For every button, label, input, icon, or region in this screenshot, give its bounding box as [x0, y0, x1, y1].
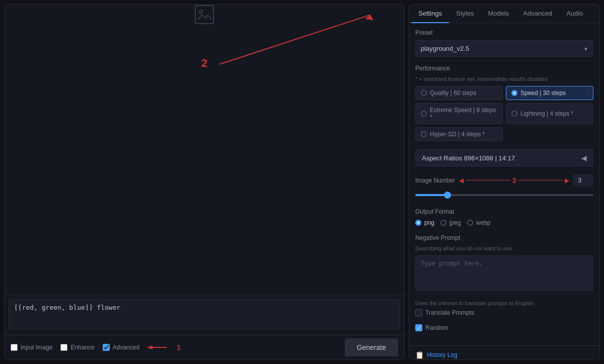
- history-log[interactable]: 📋 History Log: [409, 345, 599, 360]
- annotation-2-label: 2: [201, 56, 208, 69]
- perf-extreme-speed-label: Extreme Speed | 8 steps *: [430, 107, 497, 121]
- enhance-checkbox-group[interactable]: Enhance: [60, 344, 94, 351]
- negative-prompt-section: Negative Prompt Describing what you do n…: [415, 234, 593, 292]
- advanced-checkbox[interactable]: [103, 344, 110, 351]
- annotation-3-arrow-left: ◀: [459, 177, 464, 184]
- chevron-left-icon: ◀: [581, 154, 587, 162]
- svg-marker-5: [147, 345, 153, 349]
- canvas-placeholder-icon: [194, 5, 214, 29]
- perf-quality[interactable]: Quality | 60 steps: [415, 86, 503, 100]
- aspect-ratio-section: Aspect Ratios 896×1088 | 14:17 ◀: [415, 149, 593, 166]
- negative-prompt-label: Negative Prompt: [415, 234, 593, 241]
- performance-label: Performance: [415, 65, 593, 72]
- random-checkbox[interactable]: [415, 324, 422, 331]
- perf-lightning[interactable]: Lightning | 4 steps *: [506, 103, 593, 124]
- random-row: Random: [415, 324, 593, 331]
- random-label: Random: [425, 324, 448, 331]
- image-number-row: Image Number ◀ 3 ▶: [415, 174, 593, 186]
- perf-extreme-speed[interactable]: Extreme Speed | 8 steps *: [415, 103, 503, 124]
- random-section: Random: [415, 324, 593, 331]
- format-webp-label: webp: [476, 219, 491, 226]
- perf-hyper-sd-label: Hyper-SD | 4 steps *: [430, 131, 485, 138]
- perf-hyper-sd[interactable]: Hyper-SD | 4 steps *: [415, 127, 503, 141]
- annotation-3-label: 3: [512, 176, 516, 185]
- tab-advanced[interactable]: Advanced: [516, 5, 559, 23]
- format-png-label: png: [424, 219, 434, 226]
- input-image-checkbox-group[interactable]: Input Image: [11, 344, 52, 351]
- prompt-input[interactable]: [[red, green, blue]] flower: [9, 299, 400, 329]
- image-number-label: Image Number: [415, 177, 455, 184]
- radio-extreme-speed: [421, 111, 427, 117]
- tab-styles[interactable]: Styles: [449, 5, 481, 23]
- radio-hyper-sd: [421, 131, 427, 137]
- slider-track: [415, 194, 593, 196]
- image-number-section: Image Number ◀ 3 ▶: [415, 174, 593, 200]
- format-options: png jpeg webp: [415, 219, 593, 226]
- radio-png: [415, 220, 421, 226]
- radio-webp: [467, 220, 473, 226]
- format-jpeg-label: jpeg: [449, 219, 461, 226]
- annotation-3-line: [466, 180, 510, 180]
- radio-speed: [511, 90, 517, 96]
- image-number-input[interactable]: [573, 174, 593, 186]
- format-webp[interactable]: webp: [467, 219, 491, 226]
- history-log-label: History Log: [427, 351, 458, 358]
- translate-section: Uses the internet to translate prompts t…: [415, 300, 593, 316]
- bottom-bar: Input Image Enhance Advanced 1 Generate: [5, 335, 404, 359]
- output-format-label: Output Format: [415, 208, 593, 215]
- prompt-area: [[red, green, blue]] flower: [5, 295, 404, 335]
- performance-sublabel: * = restricted feature set, intermediate…: [415, 76, 593, 82]
- annotation-3-arrow-right: ▶: [565, 177, 569, 184]
- slider-thumb[interactable]: [444, 192, 451, 199]
- aspect-ratio-row[interactable]: Aspect Ratios 896×1088 | 14:17 ◀: [415, 149, 593, 166]
- performance-grid: Quality | 60 steps Speed | 30 steps Extr…: [415, 86, 593, 141]
- perf-speed-label: Speed | 30 steps: [520, 89, 566, 97]
- format-png[interactable]: png: [415, 219, 434, 226]
- svg-point-1: [199, 10, 202, 13]
- radio-lightning: [511, 111, 517, 117]
- format-jpeg[interactable]: jpeg: [440, 219, 461, 226]
- tab-settings[interactable]: Settings: [411, 5, 449, 23]
- history-icon: 📋: [415, 351, 424, 359]
- preset-select[interactable]: playground_v2.5 default custom: [415, 40, 593, 57]
- output-format-section: Output Format png jpeg webp: [415, 208, 593, 226]
- advanced-checkbox-group[interactable]: Advanced: [103, 344, 139, 351]
- translate-label: Translate Prompts: [425, 309, 475, 316]
- svg-rect-0: [195, 6, 213, 24]
- tabs-bar: Settings Styles Models Advanced Audio: [409, 5, 599, 23]
- performance-section: Performance * = restricted feature set, …: [415, 65, 593, 141]
- generate-button[interactable]: Generate: [345, 338, 398, 356]
- annotation-1-container: 1: [147, 343, 181, 351]
- preset-select-wrapper[interactable]: playground_v2.5 default custom: [415, 40, 593, 57]
- enhance-checkbox[interactable]: [60, 344, 67, 351]
- slider-container[interactable]: [415, 190, 593, 200]
- radio-jpeg: [440, 220, 446, 226]
- radio-quality: [421, 90, 427, 96]
- annotation-1-label: 1: [177, 343, 181, 351]
- annotation-3-line-right: [518, 180, 563, 180]
- perf-quality-label: Quality | 60 steps: [430, 89, 477, 97]
- preset-section: Preset playground_v2.5 default custom: [415, 29, 593, 57]
- tab-audio[interactable]: Audio: [559, 5, 590, 23]
- translate-row: Translate Prompts: [415, 309, 593, 316]
- input-image-label: Input Image: [21, 344, 52, 351]
- canvas-area: [5, 5, 404, 29]
- input-image-checkbox[interactable]: [11, 344, 18, 351]
- negative-prompt-sublabel: Describing what you do not want to see.: [415, 245, 593, 251]
- advanced-label: Advanced: [113, 344, 139, 351]
- perf-lightning-label: Lightning | 4 steps *: [520, 110, 573, 117]
- translate-checkbox[interactable]: [415, 309, 422, 316]
- slider-fill: [415, 194, 447, 196]
- translate-sublabel: Uses the internet to translate prompts t…: [415, 300, 593, 306]
- tab-models[interactable]: Models: [481, 5, 516, 23]
- annotation-3-container: ◀ 3 ▶: [459, 176, 569, 185]
- perf-speed[interactable]: Speed | 30 steps: [506, 86, 593, 100]
- preset-label: Preset: [415, 29, 593, 36]
- right-panel: Settings Styles Models Advanced Audio Pr…: [409, 4, 600, 360]
- enhance-label: Enhance: [70, 344, 94, 351]
- settings-content: Preset playground_v2.5 default custom Pe…: [409, 23, 599, 345]
- negative-prompt-input[interactable]: [415, 255, 593, 291]
- aspect-ratio-text: Aspect Ratios 896×1088 | 14:17: [422, 154, 515, 162]
